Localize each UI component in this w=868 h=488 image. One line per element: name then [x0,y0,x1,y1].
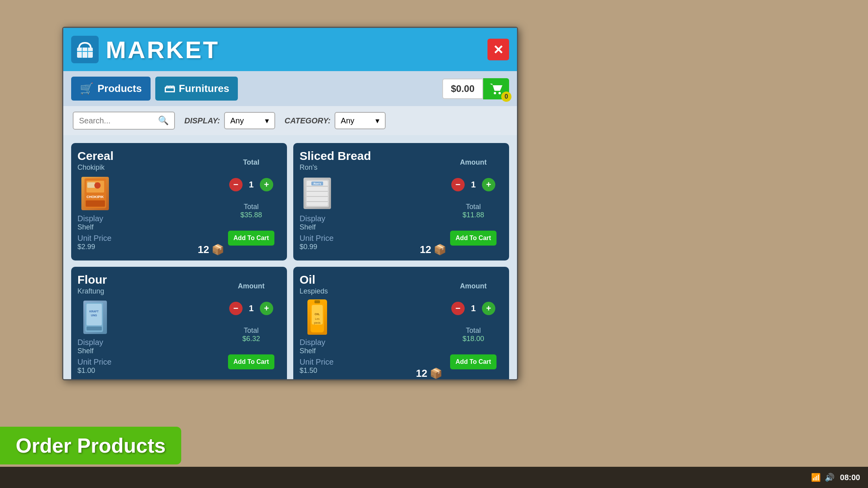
product-name-bread: Sliced Bread [300,149,444,163]
taskbar: 📶 🔊 08:00 [0,467,868,488]
add-to-cart-flour[interactable]: Add To Cart [228,354,274,369]
furnitures-icon: 🗃 [164,82,175,95]
product-unit-price-flour: $1.00 [77,367,222,375]
stock-icon-bread: 📦 [434,244,446,256]
amount-panel-flour: Amount − 1 + Total $6.32 Add To Cart [222,273,281,378]
product-display-label-cereal: Display [77,214,222,223]
qty-value-flour: 1 [246,303,256,314]
product-unit-label-oil: Unit Price [300,358,444,367]
stock-icon-oil: 📦 [430,367,442,380]
qty-value-oil: 1 [469,303,478,314]
product-unit-label-cereal: Unit Price [77,234,222,243]
product-stock-oil: 12 📦 [416,367,442,380]
product-brand-flour: Kraftung [77,287,222,295]
product-display-value-bread: Shelf [300,223,444,231]
stock-count-cereal: 12 [198,244,209,256]
taskbar-icons: 📶 🔊 [811,473,835,482]
taskbar-time: 08:00 [840,473,860,482]
product-image-oil: OIL Les pieds [300,299,335,335]
amount-label-oil: Amount [460,282,487,290]
search-box[interactable]: 🔍 [73,112,175,130]
order-banner[interactable]: Order Products [0,427,181,464]
product-display-label-bread: Display [300,214,444,223]
product-info-bread: Sliced Bread Ron's [300,149,444,254]
total-label-cereal: Total [240,203,262,211]
product-image-cereal: CHOKIPIK [77,176,113,211]
product-info-flour: Flour Kraftung KRAFT UNG [77,273,222,378]
cart-area: $0.00 0 [442,78,509,99]
cereal-img-placeholder: CHOKIPIK [81,177,109,210]
qty-minus-bread[interactable]: − [451,178,465,191]
svg-text:OIL: OIL [314,312,320,316]
product-brand-oil: Lespieds [300,287,444,295]
wifi-icon: 📶 [811,473,821,482]
svg-text:KRAFT: KRAFT [89,310,99,313]
close-button[interactable]: ✕ [487,39,509,61]
qty-minus-cereal[interactable]: − [229,178,243,191]
product-display-value-cereal: Shelf [77,223,222,231]
nav-bar: 🛒 Products 🗃 Furnitures $0.00 0 [63,71,517,106]
qty-plus-bread[interactable]: + [482,178,495,191]
amount-controls-bread: − 1 + [451,178,495,191]
stock-count-bread: 12 [420,244,431,256]
product-name-oil: Oil [300,273,444,286]
tab-products[interactable]: 🛒 Products [71,77,151,101]
svg-rect-8 [87,182,95,188]
category-filter-label: CATEGORY: [285,116,331,125]
product-brand-bread: Ron's [300,163,444,172]
total-section-bread: Total $11.88 [462,203,484,219]
qty-value-cereal: 1 [246,180,256,190]
category-filter-value: Any [341,116,354,125]
product-image-bread: Ron's [300,176,335,211]
amount-panel-bread: Amount − 1 + Total $11.88 Add To Cart [444,149,503,254]
svg-rect-0 [77,48,93,58]
category-filter-select[interactable]: Any ▾ [335,112,386,129]
cart-badge: 0 [501,92,511,102]
total-value-bread: $11.88 [462,211,484,219]
total-value-flour: $6.32 [242,335,260,343]
amount-label-flour: Amount [238,282,265,290]
qty-minus-flour[interactable]: − [229,302,243,315]
svg-rect-24 [86,327,102,330]
add-to-cart-cereal[interactable]: Add To Cart [228,231,274,246]
amount-controls-oil: − 1 + [451,302,495,315]
tab-furnitures[interactable]: 🗃 Furnitures [155,77,238,101]
total-label-oil: Total [462,327,484,335]
product-unit-label-bread: Unit Price [300,234,444,243]
product-info-oil: Oil Lespieds OIL Les pieds [300,273,444,378]
product-display-label-flour: Display [77,338,222,347]
display-filter-select[interactable]: Any ▾ [224,112,275,129]
stock-count-oil: 12 [416,367,427,380]
product-unit-label-flour: Unit Price [77,358,222,367]
market-title: MARKET [106,36,219,64]
cart-button[interactable]: 0 [483,78,509,99]
stock-icon-cereal: 📦 [211,244,224,256]
svg-text:pieds: pieds [314,321,321,325]
svg-point-4 [494,92,496,94]
svg-text:Ron's: Ron's [313,182,321,185]
product-display-label-oil: Display [300,338,444,347]
add-to-cart-oil[interactable]: Add To Cart [450,354,497,369]
search-input[interactable] [79,116,154,125]
qty-minus-oil[interactable]: − [451,302,465,315]
product-image-flour: KRAFT UNG [77,299,113,335]
filter-bar: 🔍 DISPLAY: Any ▾ CATEGORY: Any ▾ [63,106,517,135]
amount-panel-cereal: Total − 1 + Total $35.88 Add To Cart [222,149,281,254]
total-section-flour: Total $6.32 [242,327,260,343]
product-card-flour: Flour Kraftung KRAFT UNG [71,267,287,380]
add-to-cart-bread[interactable]: Add To Cart [450,231,497,246]
bread-img-placeholder: Ron's [303,178,331,209]
qty-plus-flour[interactable]: + [260,302,273,315]
oil-img-placeholder: OIL Les pieds [307,299,327,335]
svg-text:Les: Les [315,317,320,320]
qty-plus-cereal[interactable]: + [260,178,273,191]
cart-price: $0.00 [442,79,483,99]
total-section-oil: Total $18.00 [462,327,484,343]
desktop: MARKET ✕ 🛒 Products 🗃 Furnitures $0.00 [0,0,868,488]
product-card-sliced-bread: Sliced Bread Ron's [293,143,509,261]
svg-text:UNG: UNG [91,314,97,317]
product-info-cereal: Cereal Chokipik CHOKIPIK [77,149,222,254]
qty-value-bread: 1 [469,180,478,190]
market-header: MARKET ✕ [63,28,517,71]
qty-plus-oil[interactable]: + [482,302,495,315]
